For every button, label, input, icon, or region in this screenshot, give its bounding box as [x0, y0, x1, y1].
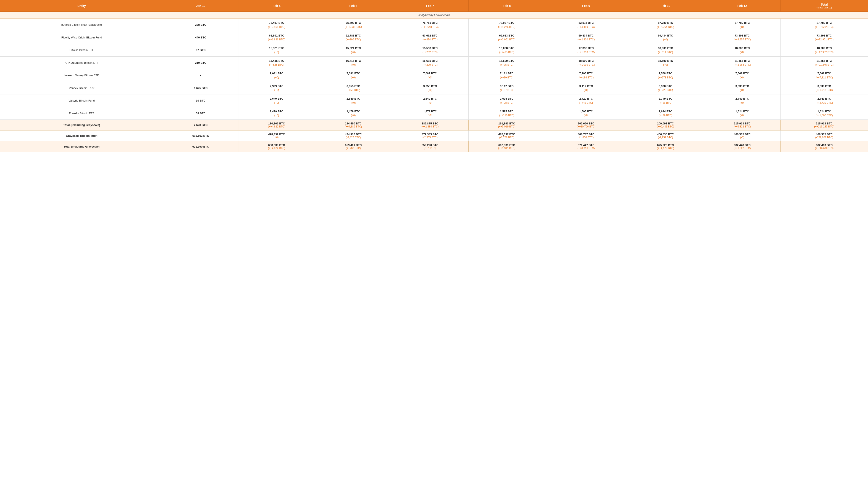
btc-value: 87,780 BTC [706, 21, 779, 25]
summary-cell-feb10: 466,535 BTC(-2,252 BTC) [627, 130, 704, 141]
table-row: Franklin Bitcoin ETF58 BTC1,479 BTC(+0)1… [0, 107, 868, 120]
feb12-header: Feb 12 [704, 0, 780, 12]
btc-value: 73,391 BTC [706, 33, 779, 38]
btc-change: (++87,552 BTC) [782, 25, 866, 29]
btc-value: 16,690 BTC [470, 59, 544, 63]
btc-value: 18,009 BTC [629, 46, 702, 50]
btc-value: 466,535 BTC [629, 133, 702, 136]
btc-value: 62,788 BTC [317, 33, 390, 38]
btc-change: (-152,627 BTC) [782, 136, 866, 139]
cell-feb12: 18,009 BTC(+0) [704, 44, 780, 57]
btc-change: (++56 BTC) [317, 88, 390, 92]
btc-value: 15,583 BTC [394, 46, 467, 50]
btc-value: 63,662 BTC [394, 33, 467, 38]
btc-change: (++1,836 BTC) [240, 38, 313, 41]
summary-cell-feb8: 470,637 BTC(-1,708 BTC) [468, 130, 545, 141]
btc-value: 3,112 BTC [470, 84, 544, 88]
cell-jan10: 1,625 BTC [163, 82, 238, 94]
btc-change: (++2,951 BTC) [470, 38, 544, 41]
btc-change: (++1,900 BTC) [547, 63, 625, 67]
summary-cell-entity: Total (Excluding Grayscale) [0, 120, 163, 130]
btc-change: (+0) [240, 50, 313, 54]
btc-value: 468,787 BTC [547, 133, 625, 136]
btc-change: (+0) [706, 88, 779, 92]
btc-value: 2,678 BTC [470, 97, 544, 101]
btc-value: 16,415 BTC [240, 59, 313, 63]
btc-value: 209,091 BTC [629, 122, 702, 125]
btc-value: 1,479 BTC [317, 109, 390, 114]
analyzed-by-row: Analyzed by Lookonchain [0, 12, 868, 19]
btc-value: 21,455 BTC [706, 59, 779, 63]
btc-change: (++213,285 BTC) [782, 125, 866, 128]
btc-change: (+0) [706, 25, 779, 29]
btc-change: (++525 BTC) [240, 63, 313, 67]
btc-value: 15,321 BTC [240, 46, 313, 50]
btc-value: 682,448 BTC [706, 143, 779, 147]
btc-value: 18,590 BTC [629, 59, 702, 63]
feb7-header: Feb 7 [392, 0, 468, 12]
btc-change: (++75 BTC) [470, 63, 544, 67]
btc-change: (+0) [317, 114, 390, 117]
btc-value: 2,649 BTC [394, 97, 467, 101]
btc-value: 18,590 BTC [547, 59, 625, 63]
btc-value: 191,893 BTC [470, 122, 544, 125]
cell-jan10: 10 BTC [163, 94, 238, 107]
summary-cell-feb7: 472,345 BTC(-2,565 BTC) [392, 130, 468, 141]
cell-entity: iShares Bitcoin Trust (Blackrock) [0, 19, 163, 31]
table-row: iShares Bitcoin Trust (Blackrock)228 BTC… [0, 19, 868, 31]
btc-change: (++6,822 BTC) [706, 125, 779, 128]
cell-feb5: 72,467 BTC(++2,461 BTC) [238, 19, 315, 31]
cell-feb12: 3,338 BTC(+0) [704, 82, 780, 94]
cell-feb10: 3,338 BTC(++226 BTC) [627, 82, 704, 94]
btc-value: 1,479 BTC [394, 109, 467, 114]
btc-value: 210 BTC [165, 61, 236, 65]
summary-cell-feb6: 184,490 BTC(++4,189 BTC) [315, 120, 392, 130]
btc-value: 10 BTC [165, 98, 236, 103]
cell-feb5: 15,321 BTC(+0) [238, 44, 315, 57]
btc-change: (-2,252 BTC) [629, 136, 702, 139]
summary-cell-feb9: 671,447 BTC(++8,916 BTC) [545, 141, 627, 152]
btc-value: 466,535 BTC [706, 133, 779, 136]
cell-feb12: 73,391 BTC(++3,957 BTC) [704, 31, 780, 44]
cell-feb6: 3,055 BTC(++56 BTC) [315, 82, 392, 94]
summary-cell-total: 682,413 BTC(++60,623 BTC) [780, 141, 868, 152]
btc-value: 7,568 BTC [706, 71, 779, 75]
cell-feb7: 3,055 BTC(+0) [392, 82, 468, 94]
feb9-header: Feb 9 [545, 0, 627, 12]
btc-change: (++2,384 BTC) [394, 125, 467, 128]
cell-feb6: 16,415 BTC(+0) [315, 56, 392, 69]
summary-cell-jan10: 619,162 BTC [163, 130, 238, 141]
btc-value: 215,913 BTC [782, 122, 866, 125]
btc-change: (+0) [706, 101, 779, 105]
summary-cell-feb12: 215,913 BTC(++6,822 BTC) [704, 120, 780, 130]
cell-feb7: 1,479 BTC(+0) [392, 107, 468, 120]
btc-change: (++28 BTC) [470, 101, 544, 105]
btc-holdings-table: Entity Jan 10 Feb 5 Feb 6 Feb 7 Feb 8 Fe… [0, 0, 868, 152]
cell-feb9: 2,720 BTC(++43 BTC) [545, 94, 627, 107]
cell-entity: Invesco Galaxy Bitcoin ETF [0, 69, 163, 82]
cell-total: 2,749 BTC(++2,739 BTC) [780, 94, 868, 107]
cell-jan10: 58 BTC [163, 107, 238, 120]
btc-change: (-3,427 BTC) [317, 136, 390, 139]
analyzed-by-text: Analyzed by Lookonchain [0, 12, 868, 19]
summary-cell-feb9: 468,787 BTC(-1,850 BTC) [545, 130, 627, 141]
btc-value: 2,649 BTC [240, 97, 313, 101]
jan10-header: Jan 10 [163, 0, 238, 12]
btc-value: 69,434 BTC [629, 33, 702, 38]
btc-value: 659,220 BTC [394, 143, 467, 147]
btc-change: (++57 BTC) [470, 88, 544, 92]
btc-value: 73,391 BTC [782, 33, 866, 38]
cell-feb9: 17,398 BTC(++1,330 BTC) [545, 44, 627, 57]
cell-feb8: 3,112 BTC(++57 BTC) [468, 82, 545, 94]
cell-feb9: 69,434 BTC(++2,820 BTC) [545, 31, 627, 44]
main-table-wrapper: Entity Jan 10 Feb 5 Feb 6 Feb 7 Feb 8 Fe… [0, 0, 868, 152]
btc-change: (++21,245 BTC) [782, 63, 866, 67]
btc-value: 658,639 BTC [240, 143, 313, 147]
btc-value: 3,055 BTC [394, 84, 467, 88]
cell-total: 21,455 BTC(++21,245 BTC) [780, 56, 868, 69]
cell-feb10: 87,780 BTC(++5,264 BTC) [627, 19, 704, 31]
summary-cell-feb9: 202,660 BTC(++10,766 BTC) [545, 120, 627, 130]
cell-feb6: 62,788 BTC(++896 BTC) [315, 31, 392, 44]
summary-cell-total: 215,913 BTC(++213,285 BTC) [780, 120, 868, 130]
btc-value: 57 BTC [165, 48, 236, 52]
